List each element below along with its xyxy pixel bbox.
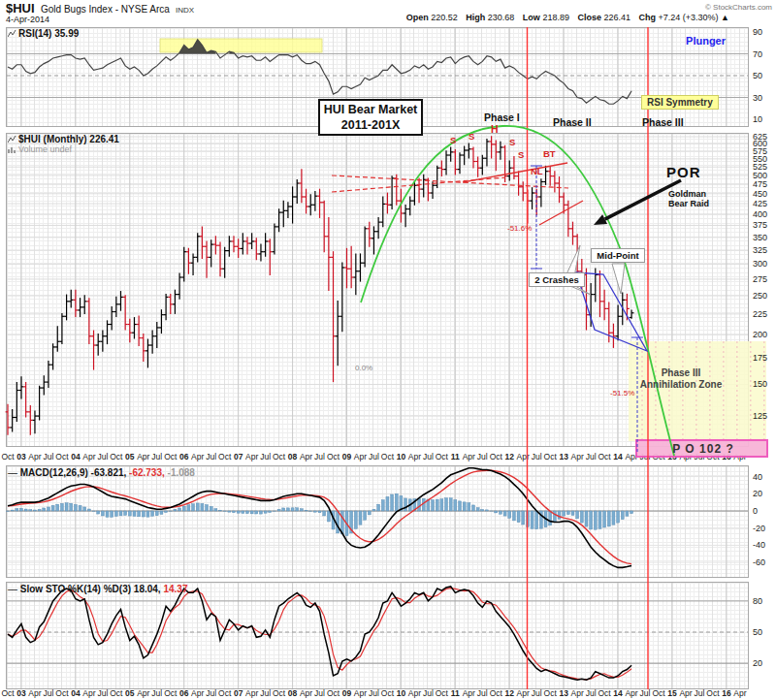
svg-text:-60: -60 <box>753 557 765 567</box>
svg-text:06: 06 <box>179 688 189 698</box>
svg-text:10: 10 <box>753 114 762 124</box>
svg-text:11: 11 <box>451 452 460 461</box>
svg-text:200: 200 <box>753 330 767 339</box>
svg-text:Apr: Apr <box>354 688 367 698</box>
svg-text:Jul: Jul <box>586 688 597 698</box>
svg-text:500: 500 <box>753 171 767 180</box>
svg-text:15: 15 <box>667 452 677 461</box>
svg-text:Apr: Apr <box>733 688 746 698</box>
svg-text:125: 125 <box>753 411 767 421</box>
svg-text:Oct: Oct <box>706 452 720 461</box>
svg-text:Apr: Apr <box>300 452 312 461</box>
svg-text:Oct: Oct <box>544 452 558 461</box>
svg-text:10: 10 <box>397 452 406 461</box>
svg-text:Oct: Oct <box>652 452 665 461</box>
svg-text:350: 350 <box>753 233 767 242</box>
svg-text:Oct: Oct <box>652 688 665 698</box>
svg-text:Apr: Apr <box>625 452 637 461</box>
svg-text:90: 90 <box>753 27 762 37</box>
svg-text:15: 15 <box>667 688 677 698</box>
svg-text:Apr: Apr <box>82 452 95 461</box>
svg-text:375: 375 <box>753 220 767 230</box>
svg-text:11: 11 <box>451 688 460 698</box>
svg-text:Oct: Oct <box>273 452 286 461</box>
svg-text:Jul: Jul <box>423 452 434 461</box>
svg-text:Jul: Jul <box>44 688 54 698</box>
svg-text:Oct: Oct <box>164 688 178 698</box>
svg-text:400: 400 <box>753 209 767 219</box>
svg-text:Oct: Oct <box>110 452 123 461</box>
macd-panel <box>6 465 749 578</box>
svg-text:550: 550 <box>753 154 767 164</box>
close-value: 226.41 <box>603 13 630 22</box>
svg-text:Jul: Jul <box>695 688 705 698</box>
svg-text:Apr: Apr <box>408 688 421 698</box>
close-label: Close <box>577 13 601 22</box>
svg-text:Jul: Jul <box>97 688 108 698</box>
svg-text:600: 600 <box>753 139 767 148</box>
svg-text:Jul: Jul <box>314 688 325 698</box>
svg-text:Oct: Oct <box>218 452 232 461</box>
open-label: Open <box>406 13 429 22</box>
svg-text:225: 225 <box>753 309 767 319</box>
low-label: Low <box>523 13 540 22</box>
svg-text:Oct: Oct <box>1 688 15 698</box>
svg-text:Jul: Jul <box>369 452 379 461</box>
svg-text:Oct: Oct <box>436 688 449 698</box>
svg-text:Oct: Oct <box>598 452 612 461</box>
svg-text:Apr: Apr <box>137 688 149 698</box>
chg-label: Chg <box>639 13 657 22</box>
svg-text:Oct: Oct <box>55 452 69 461</box>
svg-text:Oct: Oct <box>110 688 123 698</box>
svg-text:Jul: Jul <box>423 688 434 698</box>
high-label: High <box>466 13 485 22</box>
svg-text:Jul: Jul <box>206 688 216 698</box>
rsi-panel <box>6 27 749 127</box>
svg-text:12: 12 <box>505 452 515 461</box>
svg-text:Apr: Apr <box>408 452 421 461</box>
svg-text:Apr: Apr <box>300 688 312 698</box>
svg-text:06: 06 <box>179 452 189 461</box>
svg-text:Apr: Apr <box>28 452 41 461</box>
svg-text:Jul: Jul <box>97 452 108 461</box>
svg-text:50: 50 <box>753 627 762 637</box>
svg-text:150: 150 <box>753 379 767 389</box>
svg-text:Jul: Jul <box>206 452 216 461</box>
svg-text:275: 275 <box>753 274 767 284</box>
svg-text:Oct: Oct <box>381 452 395 461</box>
svg-text:Jul: Jul <box>477 688 488 698</box>
svg-text:14: 14 <box>613 452 623 461</box>
svg-text:Apr: Apr <box>679 452 692 461</box>
svg-text:14: 14 <box>613 688 623 698</box>
svg-text:07: 07 <box>234 688 243 698</box>
svg-text:16: 16 <box>722 452 731 461</box>
copyright: © StockCharts.com <box>705 3 772 12</box>
high-value: 230.68 <box>488 13 515 22</box>
svg-text:0: 0 <box>753 506 758 516</box>
svg-text:50: 50 <box>753 71 762 80</box>
svg-text:03: 03 <box>16 452 26 461</box>
chart-date: 4-Apr-2014 <box>6 15 49 24</box>
svg-text:Oct: Oct <box>327 688 340 698</box>
svg-text:Oct: Oct <box>218 688 232 698</box>
svg-text:09: 09 <box>342 688 352 698</box>
svg-text:Oct: Oct <box>490 452 503 461</box>
chg-value: +7.24 (+3.30%) <box>659 13 719 22</box>
svg-text:Oct: Oct <box>544 688 558 698</box>
low-value: 218.89 <box>542 13 569 22</box>
svg-text:Apr: Apr <box>571 688 584 698</box>
svg-text:80: 80 <box>753 596 762 606</box>
svg-text:Jul: Jul <box>532 452 542 461</box>
exchange-code: INDX <box>176 6 194 15</box>
svg-text:450: 450 <box>753 189 767 199</box>
svg-text:575: 575 <box>753 146 767 156</box>
svg-text:04: 04 <box>71 688 81 698</box>
svg-text:525: 525 <box>753 162 767 172</box>
svg-text:Oct: Oct <box>381 688 395 698</box>
svg-text:Apr: Apr <box>463 688 475 698</box>
svg-text:Apr: Apr <box>625 688 637 698</box>
svg-text:Apr: Apr <box>82 688 95 698</box>
svg-text:20: 20 <box>753 658 762 668</box>
svg-text:Apr: Apr <box>191 688 204 698</box>
svg-text:Apr: Apr <box>517 452 530 461</box>
